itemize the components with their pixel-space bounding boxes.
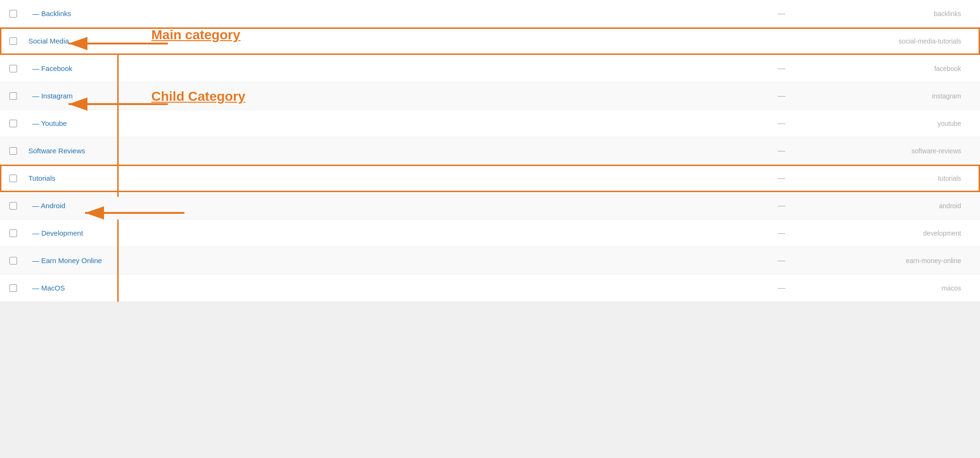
table-row: Tutorials—tutorials bbox=[0, 165, 980, 192]
slug-col: software-reviews bbox=[829, 147, 971, 155]
checkbox-col bbox=[9, 120, 28, 127]
category-link-backlinks[interactable]: — Backlinks bbox=[32, 9, 71, 18]
table-row: Social Mediasocial-media-tutorials bbox=[0, 27, 980, 55]
table-row: — Development—development bbox=[0, 220, 980, 247]
row-checkbox-software-reviews[interactable] bbox=[9, 147, 17, 155]
row-checkbox-tutorials[interactable] bbox=[9, 175, 17, 182]
checkbox-col bbox=[9, 257, 28, 264]
name-col: — Earn Money Online bbox=[28, 256, 734, 264]
checkbox-col bbox=[9, 10, 28, 18]
table-row: — Youtube—youtube bbox=[0, 110, 980, 137]
checkbox-col bbox=[9, 229, 28, 237]
dash-col: — bbox=[734, 64, 829, 73]
name-col: Tutorials bbox=[28, 174, 734, 182]
slug-col: youtube bbox=[829, 120, 971, 127]
category-table: — Backlinks—backlinksSocial Mediasocial-… bbox=[0, 0, 980, 302]
category-link-tutorials[interactable]: Tutorials bbox=[28, 174, 55, 182]
name-col: — MacOS bbox=[28, 284, 734, 292]
table-row: — Android—android bbox=[0, 192, 980, 220]
dash-col: — bbox=[734, 202, 829, 210]
checkbox-col bbox=[9, 92, 28, 100]
table-row: — Backlinks—backlinks bbox=[0, 0, 980, 27]
table-row: — Instagram—instagram bbox=[0, 82, 980, 110]
row-checkbox-development[interactable] bbox=[9, 229, 17, 237]
name-col: — Youtube bbox=[28, 119, 734, 127]
row-checkbox-instagram[interactable] bbox=[9, 92, 17, 100]
slug-col: development bbox=[829, 229, 971, 237]
slug-col: macos bbox=[829, 284, 971, 292]
row-checkbox-facebook[interactable] bbox=[9, 65, 17, 72]
checkbox-col bbox=[9, 37, 28, 45]
dash-col: — bbox=[734, 9, 829, 18]
checkbox-col bbox=[9, 202, 28, 210]
table-row: — Facebook—facebook bbox=[0, 55, 980, 82]
dash-col: — bbox=[734, 256, 829, 265]
category-link-social-media[interactable]: Social Media bbox=[28, 37, 69, 45]
slug-col: instagram bbox=[829, 92, 971, 100]
dash-col: — bbox=[734, 284, 829, 292]
slug-col: android bbox=[829, 202, 971, 210]
row-checkbox-backlinks[interactable] bbox=[9, 10, 17, 18]
table-row: — Earn Money Online—earn-money-online bbox=[0, 247, 980, 274]
slug-col: earn-money-online bbox=[829, 257, 971, 264]
slug-col: backlinks bbox=[829, 10, 971, 18]
row-checkbox-earn-money-online[interactable] bbox=[9, 257, 17, 264]
checkbox-col bbox=[9, 65, 28, 72]
slug-col: social-media-tutorials bbox=[829, 37, 971, 45]
row-checkbox-social-media[interactable] bbox=[9, 37, 17, 45]
table-row: Software Reviews—software-reviews bbox=[0, 137, 980, 165]
dash-col: — bbox=[734, 229, 829, 238]
category-link-macos[interactable]: — MacOS bbox=[32, 284, 65, 292]
name-col: — Instagram bbox=[28, 92, 734, 100]
name-col: — Backlinks bbox=[28, 9, 734, 18]
dash-col: — bbox=[734, 174, 829, 183]
name-col: — Android bbox=[28, 202, 734, 210]
dash-col: — bbox=[734, 92, 829, 100]
dash-col: — bbox=[734, 147, 829, 155]
checkbox-col bbox=[9, 147, 28, 155]
checkbox-col bbox=[9, 284, 28, 292]
name-col: — Development bbox=[28, 229, 734, 237]
name-col: Software Reviews bbox=[28, 147, 734, 155]
category-link-software-reviews[interactable]: Software Reviews bbox=[28, 147, 85, 155]
checkbox-col bbox=[9, 175, 28, 182]
category-link-instagram[interactable]: — Instagram bbox=[32, 92, 73, 100]
row-checkbox-youtube[interactable] bbox=[9, 120, 17, 127]
category-link-development[interactable]: — Development bbox=[32, 229, 83, 237]
category-link-youtube[interactable]: — Youtube bbox=[32, 119, 67, 127]
dash-col: — bbox=[734, 119, 829, 128]
category-link-earn-money-online[interactable]: — Earn Money Online bbox=[32, 256, 102, 264]
slug-col: tutorials bbox=[829, 175, 971, 182]
table-row: — MacOS—macos bbox=[0, 274, 980, 302]
row-checkbox-android[interactable] bbox=[9, 202, 17, 210]
slug-col: facebook bbox=[829, 65, 971, 72]
category-link-facebook[interactable]: — Facebook bbox=[32, 64, 72, 72]
name-col: Social Media bbox=[28, 37, 734, 45]
category-link-android[interactable]: — Android bbox=[32, 202, 65, 210]
row-checkbox-macos[interactable] bbox=[9, 284, 17, 292]
name-col: — Facebook bbox=[28, 64, 734, 72]
